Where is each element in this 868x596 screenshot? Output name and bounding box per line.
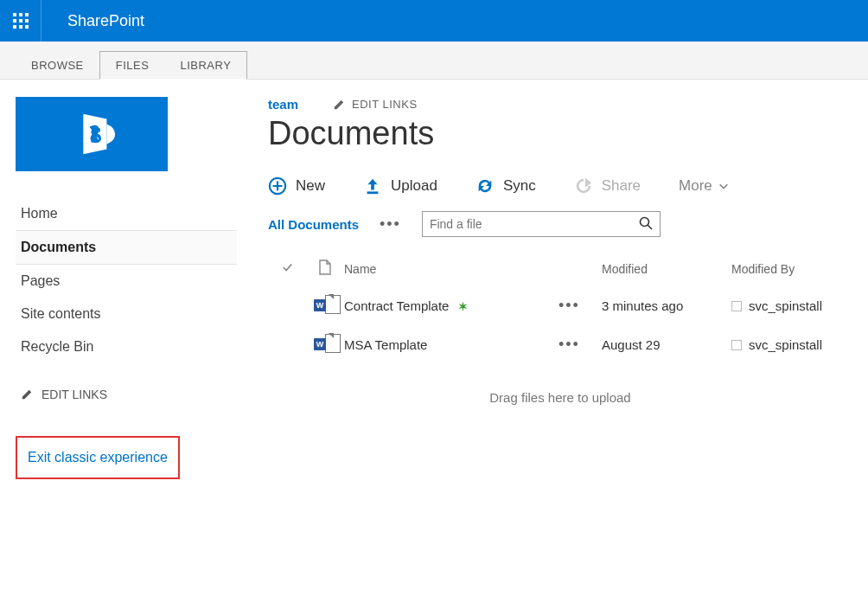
left-nav: Home Documents Pages Site contents Recyc…: [16, 197, 237, 363]
upload-icon: [363, 176, 382, 195]
column-type[interactable]: [306, 260, 344, 278]
suite-title[interactable]: SharePoint: [41, 12, 144, 30]
more-label: More: [679, 177, 712, 195]
select-all-toggle[interactable]: [268, 261, 306, 276]
pencil-icon: [21, 388, 33, 401]
new-button[interactable]: New: [268, 176, 325, 195]
table-row[interactable]: W MSA Template ••• August 29 svc_spinsta…: [268, 325, 852, 364]
edit-links-top-label: EDIT LINKS: [352, 98, 418, 111]
view-menu-button[interactable]: •••: [376, 215, 405, 234]
svg-line-15: [648, 225, 652, 229]
nav-item-pages[interactable]: Pages: [16, 265, 237, 298]
presence-icon: [731, 301, 742, 311]
ribbon-tab-browse[interactable]: BROWSE: [16, 50, 99, 79]
page-title: Documents: [268, 115, 852, 152]
presence-icon: [731, 340, 742, 350]
file-icon: [319, 260, 331, 275]
view-row: All Documents •••: [268, 211, 852, 237]
svg-rect-1: [19, 13, 22, 16]
right-column: team EDIT LINKS Documents New Upload Syn…: [268, 97, 852, 479]
share-button: Share: [574, 176, 641, 195]
word-doc-icon: W: [317, 334, 333, 353]
list-toolbar: New Upload Sync Share More: [268, 176, 852, 195]
modified-value: August 29: [602, 337, 731, 352]
svg-text:S: S: [90, 124, 102, 147]
word-doc-icon: W: [317, 295, 333, 314]
nav-item-recycle-bin[interactable]: Recycle Bin: [16, 330, 237, 363]
item-menu-button[interactable]: •••: [558, 297, 580, 314]
drag-hint: Drag files here to upload: [268, 390, 852, 405]
sync-icon: [475, 176, 495, 195]
share-icon: [574, 176, 593, 195]
file-name-link[interactable]: Contract Template: [344, 298, 449, 313]
main-content: S Home Documents Pages Site contents Rec…: [0, 80, 868, 514]
more-button[interactable]: More: [679, 177, 730, 195]
pencil-icon: [333, 99, 345, 111]
ribbon-contextual-group: FILES LIBRARY: [99, 51, 248, 80]
modified-value: 3 minutes ago: [602, 298, 731, 313]
edit-links-sidebar[interactable]: EDIT LINKS: [16, 384, 237, 405]
file-type-icon: W: [306, 334, 344, 356]
table-row[interactable]: W Contract Template ✶ ••• 3 minutes ago …: [268, 286, 852, 325]
left-column: S Home Documents Pages Site contents Rec…: [16, 97, 237, 479]
ribbon: BROWSE FILES LIBRARY: [0, 42, 868, 80]
svg-rect-3: [13, 19, 16, 22]
nav-item-home[interactable]: Home: [16, 197, 237, 230]
search-input[interactable]: [430, 217, 639, 231]
item-menu-button[interactable]: •••: [558, 336, 580, 353]
share-label: Share: [602, 177, 641, 195]
column-modified[interactable]: Modified: [602, 262, 731, 276]
modified-by-link[interactable]: svc_spinstall: [749, 337, 822, 352]
upload-button[interactable]: Upload: [363, 176, 437, 195]
sync-label: Sync: [503, 177, 536, 195]
edit-links-label: EDIT LINKS: [41, 388, 107, 401]
list-header: Name Modified Modified By: [268, 254, 852, 286]
site-link[interactable]: team: [268, 97, 298, 112]
svg-rect-8: [25, 25, 29, 29]
ribbon-tab-library[interactable]: LIBRARY: [164, 52, 246, 79]
column-name[interactable]: Name: [344, 262, 558, 276]
exit-classic-highlight: Exit classic experience: [16, 436, 180, 479]
column-modified-by[interactable]: Modified By: [731, 262, 852, 276]
plus-circle-icon: [268, 176, 287, 195]
waffle-icon: [13, 13, 29, 29]
search-box[interactable]: [422, 211, 661, 237]
svg-rect-7: [19, 25, 22, 29]
app-launcher-button[interactable]: [0, 0, 41, 42]
sync-button[interactable]: Sync: [475, 176, 536, 195]
svg-rect-5: [25, 19, 29, 22]
edit-links-top[interactable]: EDIT LINKS: [333, 98, 418, 111]
chevron-down-icon: [718, 180, 730, 192]
header-row: team EDIT LINKS: [268, 97, 852, 112]
exit-classic-link[interactable]: Exit classic experience: [28, 450, 168, 465]
svg-rect-4: [19, 19, 22, 22]
suite-bar: SharePoint: [0, 0, 868, 42]
check-icon: [281, 261, 293, 273]
site-logo[interactable]: S: [16, 97, 168, 171]
nav-item-site-contents[interactable]: Site contents: [16, 298, 237, 330]
svg-rect-0: [13, 13, 16, 16]
svg-rect-2: [25, 13, 29, 16]
new-label: New: [296, 177, 325, 195]
upload-label: Upload: [391, 177, 437, 195]
nav-item-documents[interactable]: Documents: [16, 230, 237, 265]
modified-by-link[interactable]: svc_spinstall: [749, 298, 822, 313]
sharepoint-logo-icon: S: [65, 107, 118, 161]
new-indicator-icon: ✶: [458, 300, 468, 313]
svg-rect-6: [13, 25, 16, 29]
search-icon[interactable]: [639, 216, 653, 233]
ribbon-tab-files[interactable]: FILES: [100, 52, 165, 79]
view-selector[interactable]: All Documents: [268, 217, 359, 232]
file-type-icon: W: [306, 295, 344, 317]
svg-rect-12: [367, 191, 379, 194]
file-name-link[interactable]: MSA Template: [344, 337, 427, 352]
